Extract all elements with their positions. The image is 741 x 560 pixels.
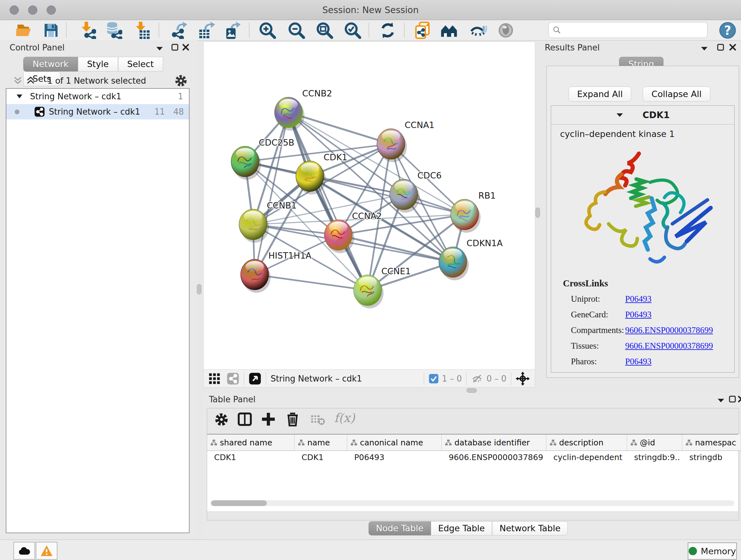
crosslink-label: Tissues: xyxy=(571,341,625,351)
node-table-grid[interactable]: shared nameCDK1nameCDK1canonical nameP06… xyxy=(207,434,738,511)
network-node-CCNB1[interactable]: CCNB1 xyxy=(239,200,297,243)
save-session-icon[interactable] xyxy=(43,22,60,39)
import-network-database-icon[interactable] xyxy=(105,22,122,39)
expand-all-icon[interactable] xyxy=(25,76,36,85)
network-node-RB1[interactable]: RB1 xyxy=(451,191,495,233)
cloud-status-button[interactable] xyxy=(13,542,35,560)
column-header-shared-name[interactable]: shared name xyxy=(207,435,294,451)
network-node-CCNE1[interactable]: CCNE1 xyxy=(354,266,411,308)
selected-checkbox-icon[interactable] xyxy=(428,374,439,384)
table-cell[interactable]: CDK1 xyxy=(301,451,344,463)
tab-select[interactable]: Select xyxy=(118,57,163,71)
panel-float-icon[interactable] xyxy=(717,44,724,51)
zoom-out-icon[interactable] xyxy=(288,22,305,39)
hide-selected-icon[interactable] xyxy=(470,22,487,39)
export-network-icon[interactable] xyxy=(171,22,188,39)
network-edge[interactable] xyxy=(288,112,367,290)
left-splitter-handle[interactable] xyxy=(197,284,201,294)
first-neighbors-icon[interactable] xyxy=(441,22,458,39)
delete-table-icon[interactable] xyxy=(311,414,325,426)
network-view-icon[interactable] xyxy=(226,372,239,385)
network-node-CDKN1A[interactable]: CDKN1A xyxy=(439,238,503,280)
table-cell[interactable]: 9606.ENSP00000378699 xyxy=(449,451,543,463)
search-input[interactable] xyxy=(561,23,707,37)
detach-view-icon[interactable] xyxy=(249,372,261,385)
panel-menu-icon[interactable] xyxy=(156,46,163,51)
tree-expander-icon[interactable] xyxy=(16,94,23,99)
crosslink-link[interactable]: P06493 xyxy=(625,310,652,320)
network-row[interactable]: String Network – cdk1 11 48 xyxy=(6,104,189,119)
import-table-icon[interactable] xyxy=(133,22,150,39)
panel-float-icon[interactable] xyxy=(171,44,179,51)
help-icon[interactable]: ? xyxy=(719,22,736,39)
collapse-all-icon[interactable] xyxy=(13,76,23,85)
expand-all-button[interactable]: Expand All xyxy=(569,86,631,102)
open-file-icon[interactable] xyxy=(15,22,32,39)
column-header-description[interactable]: description xyxy=(546,435,627,451)
crosslink-link[interactable]: P06493 xyxy=(625,294,652,304)
result-entry-header[interactable]: CDK1 xyxy=(551,106,734,125)
duplicate-network-icon[interactable] xyxy=(414,22,432,39)
zoom-fit-icon[interactable] xyxy=(316,22,333,39)
zoom-selected-icon[interactable] xyxy=(344,22,361,39)
table-cell[interactable]: stringdb:9... xyxy=(634,451,679,463)
panel-close-icon[interactable] xyxy=(729,44,737,51)
network-edge[interactable] xyxy=(255,274,367,290)
hidden-eye-icon[interactable] xyxy=(471,373,483,384)
panel-menu-icon[interactable] xyxy=(700,46,708,51)
delete-column-trash-icon[interactable] xyxy=(285,412,300,427)
tab-network-table[interactable]: Network Table xyxy=(492,521,568,536)
grid-view-icon[interactable] xyxy=(208,372,221,385)
tab-style[interactable]: Style xyxy=(78,57,118,71)
bottom-splitter-handle[interactable] xyxy=(467,388,477,393)
column-settings-gear-icon[interactable] xyxy=(214,412,229,427)
show-all-icon[interactable] xyxy=(497,22,515,39)
memory-button[interactable]: Memory xyxy=(688,543,737,560)
network-graph[interactable]: CCNB2CCNA1CDC25BCDK1CDC6RB1CCNB1CCNA2CDK… xyxy=(204,42,535,370)
import-network-file-icon[interactable] xyxy=(79,22,96,39)
panel-close-icon[interactable] xyxy=(182,44,190,51)
collapse-entry-icon[interactable] xyxy=(616,112,623,118)
table-cell[interactable]: P06493 xyxy=(354,451,439,463)
table-cell[interactable]: cyclin-dependent ... xyxy=(553,451,624,463)
crosslink-link[interactable]: 9606.ENSP00000378699 xyxy=(625,341,713,351)
split-panel-icon[interactable] xyxy=(237,412,253,427)
column-header-canonical-name[interactable]: canonical name xyxy=(347,435,442,451)
refresh-icon[interactable] xyxy=(379,22,396,39)
network-node-HIST1H1A[interactable]: HIST1H1A xyxy=(241,251,312,293)
network-collection-row[interactable]: String Network – cdk1 1 xyxy=(6,89,189,104)
network-options-gear-icon[interactable] xyxy=(174,74,188,87)
tab-node-table[interactable]: Node Table xyxy=(368,521,431,536)
tab-network[interactable]: Network xyxy=(23,57,78,71)
horizontal-scrollbar[interactable] xyxy=(211,500,734,506)
network-node-CCNB2[interactable]: CCNB2 xyxy=(274,88,332,131)
birds-eye-navigate-icon[interactable] xyxy=(516,372,530,386)
scrollbar-thumb[interactable] xyxy=(211,500,267,506)
function-builder-icon[interactable]: f(x) xyxy=(334,411,355,425)
column-header-name[interactable]: name xyxy=(294,435,347,451)
export-table-icon[interactable] xyxy=(198,22,215,39)
panel-menu-icon[interactable] xyxy=(717,398,725,403)
collapse-all-button[interactable]: Collapse All xyxy=(643,86,711,102)
column-header-@id[interactable]: @id xyxy=(627,435,682,451)
node-label: CDC6 xyxy=(417,171,442,180)
add-column-icon[interactable] xyxy=(261,412,276,427)
network-canvas[interactable]: CCNB2CCNA1CDC25BCDK1CDC6RB1CCNB1CCNA2CDK… xyxy=(203,42,535,370)
column-header-database-identifier[interactable]: database identifier xyxy=(442,435,546,451)
node-label: RB1 xyxy=(478,191,495,200)
zoom-in-icon[interactable] xyxy=(259,22,276,39)
warnings-button[interactable] xyxy=(36,542,57,560)
crosslink-link[interactable]: 9606.ENSP00000378699 xyxy=(625,325,713,335)
network-edge[interactable] xyxy=(255,112,288,274)
tab-edge-table[interactable]: Edge Table xyxy=(431,521,492,536)
table-cell[interactable]: CDK1 xyxy=(214,451,292,463)
panel-float-icon[interactable] xyxy=(729,395,736,403)
network-node-CCNA1[interactable]: CCNA1 xyxy=(377,120,434,162)
column-header-namespac[interactable]: namespac xyxy=(682,435,741,451)
panel-close-icon[interactable] xyxy=(738,395,741,403)
network-node-CDC25B[interactable]: CDC25B xyxy=(231,138,294,180)
table-cell[interactable]: stringdb xyxy=(689,451,738,463)
crosslink-link[interactable]: P06493 xyxy=(625,357,652,367)
export-image-icon[interactable] xyxy=(223,22,241,39)
crosslink-label: Uniprot: xyxy=(571,294,625,304)
